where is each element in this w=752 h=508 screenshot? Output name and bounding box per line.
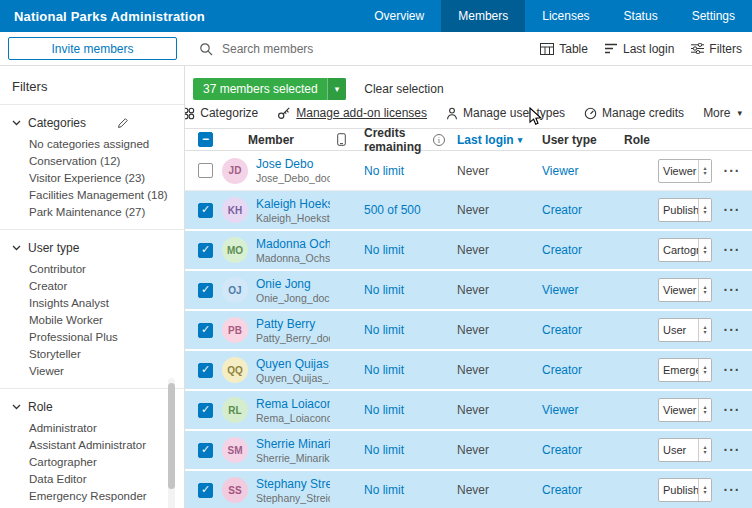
role-select[interactable]: User ▴ ▾ xyxy=(658,438,712,462)
credits-remaining-link[interactable]: No limit xyxy=(352,483,445,497)
member-name-link[interactable]: Stephany Streic... xyxy=(256,477,330,491)
role-select[interactable]: Viewer ▴ ▾ xyxy=(658,398,712,422)
column-header-user-type[interactable]: User type xyxy=(530,133,612,147)
table-row[interactable]: PB Patty Berry Patty_Berry_doc No limit … xyxy=(185,311,752,351)
info-icon[interactable] xyxy=(433,134,445,146)
user-type-link[interactable]: Viewer xyxy=(530,403,612,417)
role-select[interactable]: Cartograph ▴ ▾ xyxy=(658,238,712,262)
row-checkbox[interactable] xyxy=(198,483,213,498)
row-menu-button[interactable]: ··· xyxy=(724,163,741,179)
stepper-down-icon[interactable]: ▾ xyxy=(703,290,706,295)
clear-selection-link[interactable]: Clear selection xyxy=(364,82,443,96)
table-row[interactable]: QQ Quyen Quijas Quyen_Quijas_... No limi… xyxy=(185,351,752,391)
row-checkbox[interactable] xyxy=(198,243,213,258)
role-select[interactable]: Emergency ▴ ▾ xyxy=(658,358,712,382)
stepper-down-icon[interactable]: ▾ xyxy=(703,450,706,455)
table-row[interactable]: RL Rema Loiacono Rema_Loiacono... No lim… xyxy=(185,391,752,431)
row-menu-button[interactable]: ··· xyxy=(724,402,741,418)
user-type-link[interactable]: Creator xyxy=(530,243,612,257)
stepper-arrows-icon[interactable]: ▴ ▾ xyxy=(698,199,711,221)
role-select[interactable]: Viewer ▴ ▾ xyxy=(658,278,712,302)
member-name-link[interactable]: Onie Jong xyxy=(256,277,330,291)
role-select[interactable]: User ▴ ▾ xyxy=(658,318,712,342)
sort-caret-icon[interactable]: ▾ xyxy=(518,135,523,145)
table-row[interactable]: MO Madonna Ochsner Madonna_Ochs... No li… xyxy=(185,231,752,271)
table-row[interactable]: SS Stephany Streic... Stephany_Streic...… xyxy=(185,471,752,508)
row-checkbox[interactable] xyxy=(198,163,213,178)
user-type-link[interactable]: Viewer xyxy=(530,283,612,297)
user-type-filter-item[interactable]: Mobile Worker xyxy=(0,311,184,328)
stepper-arrows-icon[interactable]: ▴ ▾ xyxy=(698,479,711,501)
role-select[interactable]: Viewer ▴ ▾ xyxy=(658,159,712,183)
user-type-link[interactable]: Creator xyxy=(530,443,612,457)
more-actions-button[interactable]: More ▾ xyxy=(703,106,742,120)
table-row[interactable]: SM Sherrie Minarik Sherrie_Minarik... No… xyxy=(185,431,752,471)
stepper-down-icon[interactable]: ▾ xyxy=(703,330,706,335)
credits-remaining-link[interactable]: No limit xyxy=(352,283,445,297)
sort-by-button[interactable]: Last login xyxy=(605,42,674,56)
credits-remaining-link[interactable]: 500 of 500 xyxy=(352,203,445,217)
column-header-role[interactable]: Role xyxy=(612,133,712,147)
role-filter-item[interactable]: Emergency Responder xyxy=(0,487,184,504)
search-members-box[interactable] xyxy=(185,42,540,56)
role-select[interactable]: Publisher ▴ ▾ xyxy=(658,478,712,502)
manage-user-types-button[interactable]: Manage user types xyxy=(446,106,565,120)
credits-remaining-link[interactable]: No limit xyxy=(352,443,445,457)
category-filter-item[interactable]: Visitor Experience (23) xyxy=(0,169,184,186)
user-type-link[interactable]: Creator xyxy=(530,363,612,377)
role-filter-item[interactable]: Data Editor xyxy=(0,470,184,487)
credits-remaining-link[interactable]: No limit xyxy=(352,243,445,257)
members-selected-button[interactable]: 37 members selected ▾ xyxy=(193,78,346,100)
row-menu-button[interactable]: ··· xyxy=(724,442,741,458)
category-filter-item[interactable]: No categories assigned xyxy=(0,135,184,152)
role-select[interactable]: Publisher ▴ ▾ xyxy=(658,198,712,222)
search-input[interactable] xyxy=(222,42,540,56)
role-filter-item[interactable]: Facilitator xyxy=(0,504,184,508)
stepper-arrows-icon[interactable]: ▴ ▾ xyxy=(698,239,711,261)
manage-credits-button[interactable]: Manage credits xyxy=(584,106,684,120)
nav-tab[interactable]: Licenses xyxy=(525,0,606,32)
table-row[interactable]: JD Jose Debo Jose_Debo_doc No limit Neve… xyxy=(185,151,752,191)
row-checkbox[interactable] xyxy=(198,323,213,338)
section-header-categories[interactable]: Categories xyxy=(0,113,184,135)
credits-remaining-link[interactable]: No limit xyxy=(352,323,445,337)
role-filter-item[interactable]: Assistant Administrator xyxy=(0,436,184,453)
user-type-link[interactable]: Creator xyxy=(530,483,612,497)
row-checkbox[interactable] xyxy=(198,443,213,458)
row-menu-button[interactable]: ··· xyxy=(724,322,741,338)
role-filter-item[interactable]: Administrator xyxy=(0,419,184,436)
row-checkbox[interactable] xyxy=(198,283,213,298)
member-name-link[interactable]: Patty Berry xyxy=(256,317,330,331)
row-menu-button[interactable]: ··· xyxy=(724,482,741,498)
categorize-button[interactable]: Categorize xyxy=(182,106,258,120)
user-type-filter-item[interactable]: Insights Analyst xyxy=(0,294,184,311)
stepper-down-icon[interactable]: ▾ xyxy=(703,410,706,415)
credits-remaining-link[interactable]: No limit xyxy=(352,164,445,178)
row-checkbox[interactable] xyxy=(198,203,213,218)
stepper-arrows-icon[interactable]: ▴ ▾ xyxy=(698,319,711,341)
member-name-link[interactable]: Kaleigh Hoekstra xyxy=(256,197,330,211)
row-menu-button[interactable]: ··· xyxy=(724,202,741,218)
category-filter-item[interactable]: Park Maintenance (27) xyxy=(0,203,184,220)
member-name-link[interactable]: Rema Loiacono xyxy=(256,397,330,411)
row-checkbox[interactable] xyxy=(198,363,213,378)
credits-remaining-link[interactable]: No limit xyxy=(352,363,445,377)
section-header-role[interactable]: Role xyxy=(0,397,184,419)
stepper-down-icon[interactable]: ▾ xyxy=(703,370,706,375)
user-type-filter-item[interactable]: Professional Plus xyxy=(0,328,184,345)
user-type-filter-item[interactable]: Storyteller xyxy=(0,345,184,362)
stepper-down-icon[interactable]: ▾ xyxy=(703,171,706,176)
stepper-down-icon[interactable]: ▾ xyxy=(703,490,706,495)
user-type-link[interactable]: Creator xyxy=(530,323,612,337)
stepper-down-icon[interactable]: ▾ xyxy=(703,250,706,255)
user-type-link[interactable]: Viewer xyxy=(530,164,612,178)
member-name-link[interactable]: Quyen Quijas xyxy=(256,357,330,371)
stepper-arrows-icon[interactable]: ▴ ▾ xyxy=(698,279,711,301)
stepper-arrows-icon[interactable]: ▴ ▾ xyxy=(698,399,711,421)
manage-addon-licenses-button[interactable]: Manage add-on licenses xyxy=(277,106,427,120)
role-filter-item[interactable]: Cartographer xyxy=(0,453,184,470)
column-header-credits[interactable]: Credits remaining xyxy=(352,126,445,154)
sidebar-scrollbar-thumb[interactable] xyxy=(168,383,175,489)
invite-members-button[interactable]: Invite members xyxy=(8,37,177,60)
edit-categories-button[interactable] xyxy=(117,117,129,129)
